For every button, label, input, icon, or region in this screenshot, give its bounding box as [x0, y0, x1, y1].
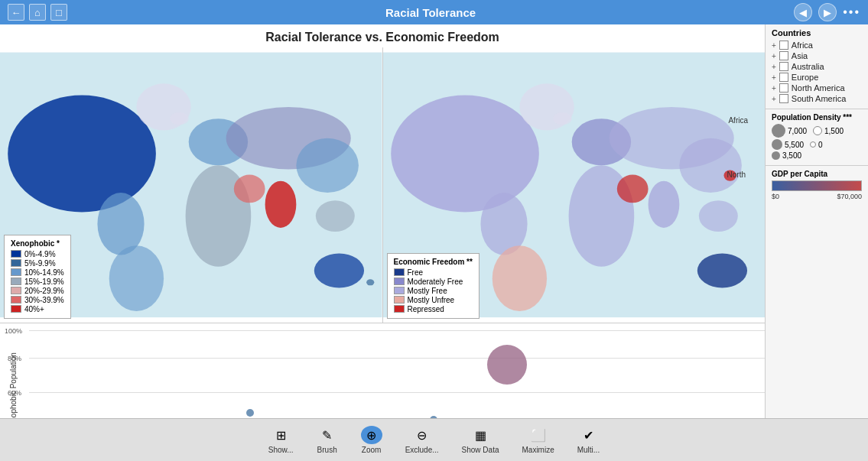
- density-label-3500: 3,500: [782, 151, 801, 160]
- legend-color-3: [11, 278, 21, 285]
- svg-point-8: [265, 181, 297, 228]
- country-item-africa[interactable]: + Africa: [772, 41, 862, 50]
- multi-label: Multi...: [577, 446, 600, 454]
- countries-title: Countries: [772, 28, 862, 37]
- zoom-icon: ⊕: [361, 426, 382, 444]
- svg-point-9: [296, 138, 359, 193]
- southamerica-checkbox[interactable]: [779, 94, 788, 103]
- legend-item-5: 30%-39.9%: [11, 296, 64, 304]
- econ-color-3: [394, 296, 405, 304]
- legend-item-0: 0%-4.9%: [11, 250, 64, 258]
- svg-point-28: [553, 112, 571, 125]
- econ-item-2: Mostly Free: [394, 287, 473, 295]
- toolbar: ⊞ Show... ✎ Brush ⊕ Zoom ⊖ Exclude... ▦ …: [0, 418, 868, 461]
- zoom-label: Zoom: [362, 446, 382, 454]
- density-item-1500: 1,500: [813, 124, 844, 138]
- legend-color-2: [11, 268, 21, 276]
- back-arrow-icon[interactable]: ←: [8, 4, 24, 21]
- econ-item-1: Moderately Free: [394, 278, 473, 286]
- density-item-7000: 7,000: [772, 124, 807, 138]
- southamerica-expand[interactable]: +: [772, 95, 776, 103]
- europe-checkbox[interactable]: [779, 73, 788, 82]
- legend-label-5: 30%-39.9%: [24, 296, 64, 304]
- gdp-title: GDP per Capita: [772, 170, 862, 178]
- svg-point-16: [391, 96, 539, 213]
- econ-item-4: Repressed: [394, 305, 473, 313]
- multi-icon: ✔: [577, 426, 599, 444]
- show-label: Show...: [268, 446, 294, 454]
- tool-show[interactable]: ⊞ Show...: [268, 426, 294, 454]
- country-item-australia[interactable]: + Australia: [772, 62, 862, 71]
- density-row-2: 5,500 0: [772, 139, 862, 150]
- svg-point-4: [109, 245, 164, 311]
- density-label-0: 0: [818, 141, 823, 149]
- y-tick-80: 80%: [8, 355, 21, 362]
- exclude-icon: ⊖: [411, 426, 433, 444]
- scatter-dot-large[interactable]: [487, 345, 527, 385]
- tool-show-data[interactable]: ▦ Show Data: [462, 426, 499, 454]
- africa-expand[interactable]: +: [772, 41, 776, 50]
- y-tick-100: 100%: [5, 327, 22, 335]
- legend-label-2: 10%-14.9%: [24, 268, 64, 277]
- africa-checkbox[interactable]: [779, 41, 788, 50]
- australia-expand[interactable]: +: [772, 63, 776, 71]
- legend-item-4: 20%-29.9%: [11, 287, 64, 295]
- svg-point-12: [366, 279, 374, 285]
- density-row-3: 3,500: [772, 151, 862, 160]
- map-panel-left: Xenophobic * 0%-4.9% 5%-9.9% 10%-14.9%: [0, 47, 383, 323]
- density-item-0: 0: [810, 139, 823, 150]
- australia-checkbox[interactable]: [779, 62, 788, 71]
- europe-expand[interactable]: +: [772, 73, 776, 82]
- svg-point-2: [97, 193, 144, 255]
- countries-legend: Countries + Africa + Asia + Australia + …: [766, 24, 868, 109]
- gdp-min: $0: [772, 193, 779, 200]
- xeno-legend-title: Xenophobic *: [11, 239, 64, 248]
- country-item-asia[interactable]: + Asia: [772, 51, 862, 60]
- topbar-title: Racial Tolerance: [385, 6, 476, 19]
- northamerica-expand[interactable]: +: [772, 84, 776, 93]
- econ-label-3: Mostly Unfree: [408, 296, 455, 304]
- svg-point-10: [316, 200, 355, 232]
- density-row-1: 7,000 1,500: [772, 124, 862, 138]
- econ-label-4: Repressed: [408, 305, 444, 313]
- scatter-dot-4[interactable]: [246, 409, 254, 417]
- nav-forward-button[interactable]: ▶: [818, 3, 837, 21]
- density-circle-7000: [772, 124, 785, 138]
- legend-label-6: 40%+: [24, 305, 44, 313]
- tool-brush[interactable]: ✎ Brush: [317, 426, 338, 454]
- density-label-1500: 1,500: [824, 127, 844, 135]
- show-data-icon: ▦: [470, 426, 491, 444]
- econ-color-4: [394, 305, 405, 313]
- econ-item-3: Mostly Unfree: [394, 296, 473, 304]
- topbar-left: ← ⌂ □: [8, 4, 67, 21]
- econ-legend-title: Economic Freedom **: [394, 258, 473, 266]
- country-item-south-america[interactable]: + South America: [772, 94, 862, 103]
- tool-maximize[interactable]: ⬜ Maximize: [522, 426, 554, 454]
- econ-color-1: [394, 278, 405, 285]
- asia-checkbox[interactable]: [779, 51, 788, 60]
- home-icon[interactable]: ⌂: [29, 4, 46, 21]
- brush-icon: ✎: [317, 426, 338, 444]
- legend-label-1: 5%-9.9%: [24, 259, 56, 268]
- country-item-europe[interactable]: + Europe: [772, 73, 862, 82]
- northamerica-checkbox[interactable]: [779, 83, 788, 93]
- svg-point-17: [480, 193, 527, 255]
- europe-name: Europe: [792, 73, 818, 82]
- nav-back-button[interactable]: ◀: [794, 3, 812, 21]
- tool-exclude[interactable]: ⊖ Exclude...: [405, 426, 439, 454]
- density-legend: Population Density *** 7,000 1,500 5,500: [766, 109, 868, 165]
- topbar-right: ◀ ▶ •••: [794, 3, 860, 21]
- maximize-icon: ⬜: [528, 426, 549, 444]
- more-options-button[interactable]: •••: [843, 5, 860, 19]
- southamerica-name: South America: [792, 94, 847, 103]
- add-icon[interactable]: □: [50, 4, 67, 21]
- svg-point-14: [170, 112, 188, 125]
- density-circle-0: [810, 141, 816, 148]
- tool-multi[interactable]: ✔ Multi...: [577, 426, 600, 454]
- country-item-north-america[interactable]: + North America: [772, 83, 862, 93]
- tool-zoom[interactable]: ⊕ Zoom: [361, 426, 382, 454]
- gdp-legend: GDP per Capita $0 $70,000: [766, 165, 868, 204]
- density-circle-5500: [772, 139, 782, 150]
- topbar: ← ⌂ □ Racial Tolerance ◀ ▶ •••: [0, 0, 868, 24]
- asia-expand[interactable]: +: [772, 52, 776, 60]
